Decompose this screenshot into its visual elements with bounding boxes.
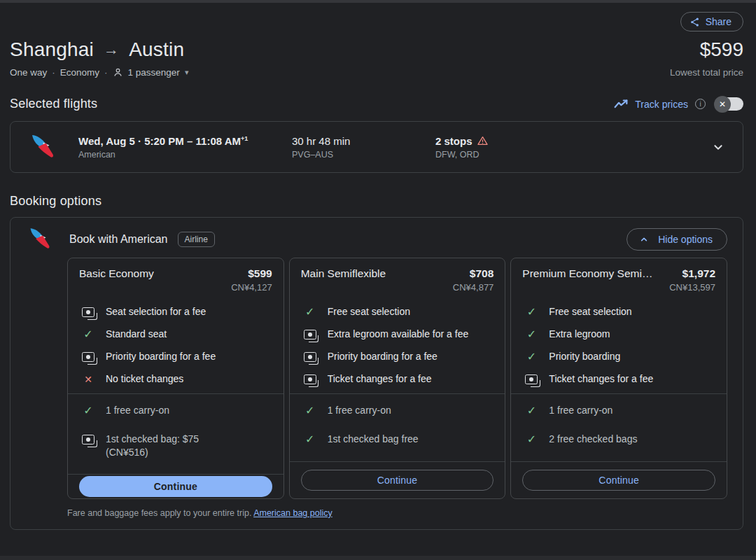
provider-title-wrap: Book with American Airline xyxy=(69,232,215,247)
flight-stops-col: 2 stops DFW, ORD xyxy=(435,135,488,160)
fare-header: Basic Economy $599 CN¥4,127 xyxy=(68,258,284,293)
fare-price-usd: $708 xyxy=(470,267,493,280)
passenger-selector[interactable]: 1 passenger ▾ xyxy=(113,67,189,78)
fare-price-cny: CN¥4,127 xyxy=(79,282,272,293)
fare-card-premium-economy: Premium Economy Semi… $1,972 CN¥13,597 F… xyxy=(510,258,727,499)
airline-name: American xyxy=(78,150,292,160)
flight-datetime: Wed, Aug 5 · 5:20 PM – 11:08 AM+1 xyxy=(78,135,292,147)
check-icon xyxy=(525,352,538,362)
fare-options-row: Basic Economy $599 CN¥4,127 Seat selecti… xyxy=(67,258,727,499)
fare-name: Premium Economy Semi… xyxy=(522,267,652,280)
track-prices-cluster: Track prices i ✕ xyxy=(614,97,743,111)
fare-features: Free seat selection Extra legroom availa… xyxy=(290,293,505,393)
fare-feature: Priority boarding xyxy=(525,350,717,364)
feature-label: Free seat selection xyxy=(328,305,410,318)
share-button[interactable]: Share xyxy=(680,12,743,31)
selected-flights-title: Selected flights xyxy=(10,97,97,111)
share-icon xyxy=(690,17,700,27)
feature-label: Priority boarding for a fee xyxy=(106,350,216,363)
banknote-icon xyxy=(82,307,94,317)
fare-name: Basic Economy xyxy=(79,267,154,280)
trip-type: One way xyxy=(10,67,47,78)
fare-price-cny: CN¥4,877 xyxy=(301,282,494,293)
feature-label: Ticket changes for a fee xyxy=(549,372,653,386)
window-bottom-strip xyxy=(0,556,756,560)
destination-city: Austin xyxy=(129,38,184,61)
baggage-label: 1st checked bag: $75 (CN¥516) xyxy=(106,433,243,459)
trip-summary: One way · Economy · 1 passenger ▾ xyxy=(10,67,188,78)
fare-header: Premium Economy Semi… $1,972 CN¥13,597 xyxy=(511,258,727,293)
feature-label: No ticket changes xyxy=(106,372,183,386)
baggage-item: 1 free carry-on xyxy=(304,404,496,418)
flight-times-col: Wed, Aug 5 · 5:20 PM – 11:08 AM+1 Americ… xyxy=(78,135,292,160)
fare-price-cny: CN¥13,597 xyxy=(522,282,715,293)
fare-feature: Ticket changes for a fee xyxy=(525,372,717,386)
feature-label: Priority boarding for a fee xyxy=(328,350,438,363)
provider-name: Book with American xyxy=(69,233,168,246)
trip-summary-row: One way · Economy · 1 passenger ▾ Lowest… xyxy=(10,67,743,78)
total-price: $599 xyxy=(700,38,743,61)
fare-feature: Extra legroom available for a fee xyxy=(304,328,496,342)
fare-feature: Seat selection for a fee xyxy=(82,305,274,319)
fare-cta-block: Continue xyxy=(290,462,505,498)
chevron-up-icon xyxy=(638,234,650,245)
hide-options-button[interactable]: Hide options xyxy=(626,228,727,251)
baggage-label: 1st checked bag free xyxy=(328,433,419,446)
share-label: Share xyxy=(706,16,732,27)
booking-provider-header: Book with American Airline Hide options xyxy=(27,227,727,251)
route-arrow-icon: → xyxy=(104,41,119,59)
bag-policy-link[interactable]: American bag policy xyxy=(253,508,332,518)
fare-feature: Priority boarding for a fee xyxy=(304,350,496,364)
check-icon xyxy=(304,406,316,416)
banknote-icon xyxy=(82,352,94,362)
toggle-off-x-icon: ✕ xyxy=(714,96,731,113)
chevron-down-icon: ▾ xyxy=(185,68,189,77)
track-prices-toggle[interactable]: ✕ xyxy=(715,97,743,111)
feature-label: Standard seat xyxy=(106,328,167,341)
fare-feature: Free seat selection xyxy=(525,305,717,319)
check-icon xyxy=(304,307,316,317)
route-header: Shanghai → Austin $599 xyxy=(10,38,743,61)
check-icon xyxy=(525,435,538,444)
passenger-count: 1 passenger xyxy=(128,67,180,78)
page-title: Shanghai → Austin xyxy=(10,38,184,61)
fare-features: Free seat selection Extra legroom Priori… xyxy=(511,293,727,393)
expand-flight-button[interactable] xyxy=(710,139,726,155)
feature-label: Extra legroom xyxy=(549,328,610,341)
banknote-icon xyxy=(304,374,316,384)
footnote-text: Fare and baggage fees apply to your enti… xyxy=(67,508,253,518)
fare-footnote: Fare and baggage fees apply to your enti… xyxy=(67,508,727,518)
fare-name: Main Semiflexible xyxy=(301,267,386,280)
info-icon[interactable]: i xyxy=(695,99,706,109)
provider-badge: Airline xyxy=(178,232,215,247)
banknote-icon xyxy=(304,330,316,340)
separator-dot: · xyxy=(52,67,55,78)
continue-button[interactable]: Continue xyxy=(301,470,494,491)
fare-baggage: 1 free carry-on 1st checked bag free xyxy=(290,394,505,461)
fare-feature: Ticket changes for a fee xyxy=(304,372,496,386)
feature-label: Extra legroom available for a fee xyxy=(328,328,469,341)
selected-flight-card[interactable]: Wed, Aug 5 · 5:20 PM – 11:08 AM+1 Americ… xyxy=(10,121,743,173)
flight-duration-col: 30 hr 48 min PVG–AUS xyxy=(292,135,435,160)
fare-feature: Extra legroom xyxy=(525,328,717,342)
banknote-icon xyxy=(525,374,538,384)
fare-features: Seat selection for a fee Standard seat P… xyxy=(68,293,284,393)
person-icon xyxy=(113,67,123,78)
feature-label: Ticket changes for a fee xyxy=(328,372,432,386)
chevron-down-icon xyxy=(710,139,726,155)
baggage-item: 1 free carry-on xyxy=(525,404,717,418)
cabin-class: Economy xyxy=(60,67,99,78)
continue-button[interactable]: Continue xyxy=(79,476,272,497)
continue-button[interactable]: Continue xyxy=(522,470,715,491)
price-note: Lowest total price xyxy=(670,67,743,78)
fare-card-main-semiflexible: Main Semiflexible $708 CN¥4,877 Free sea… xyxy=(289,258,506,499)
stops-airports: DFW, ORD xyxy=(435,150,488,160)
trending-chart-icon xyxy=(614,99,628,109)
flights-page: Share Shanghai → Austin $599 One way · E… xyxy=(0,3,756,530)
cross-icon xyxy=(82,374,94,384)
baggage-item: 1st checked bag free xyxy=(304,433,496,447)
fare-baggage: 1 free carry-on 2 free checked bags xyxy=(511,394,727,461)
fare-feature: No ticket changes xyxy=(82,372,274,386)
baggage-item: 1st checked bag: $75 (CN¥516) xyxy=(82,433,274,459)
feature-label: Priority boarding xyxy=(549,350,620,363)
